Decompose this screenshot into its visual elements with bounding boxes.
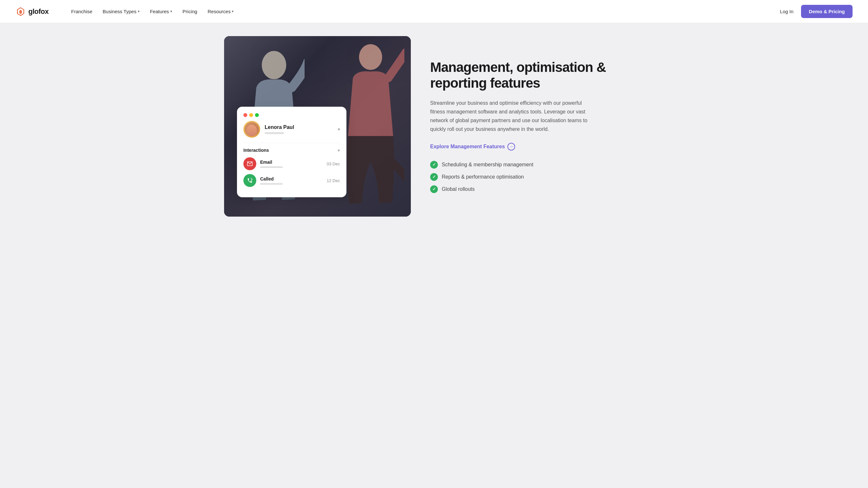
called-icon-circle [243,174,256,187]
email-content: Email [260,160,323,168]
email-label: Email [260,160,323,165]
feature-item-1: ✓ Scheduling & membership management [430,161,644,169]
feature-item-2: ✓ Reports & performance optimisation [430,173,644,181]
right-section: Management, optimisation & reporting fea… [430,60,644,193]
nav-franchise[interactable]: Franchise [67,6,97,17]
figure-right [337,39,404,210]
nav-resources[interactable]: Resources ▾ [203,6,239,17]
email-icon [247,161,253,167]
maximize-dot[interactable] [255,113,259,117]
feature-item-3: ✓ Global rollouts [430,185,644,193]
card-name-section: Lenora Paul [265,124,333,134]
called-date: 12 Dec [327,178,340,183]
called-bar [260,183,283,185]
chevron-down-icon: ▾ [138,9,140,13]
demo-pricing-button[interactable]: Demo & Pricing [801,5,852,18]
interaction-called: Called 12 Dec [243,174,340,187]
nav-actions: Log In Demo & Pricing [780,5,852,18]
navbar: glofox Franchise Business Types ▾ Featur… [0,0,868,23]
left-section: Lenora Paul ▾ Interactions ▾ Email [224,36,411,217]
chevron-down-icon: ▾ [232,9,234,13]
glofox-logo-icon [16,6,26,17]
feature-label-1: Scheduling & membership management [442,162,533,168]
called-content: Called [260,176,323,185]
card-user-name: Lenora Paul [265,124,333,130]
login-button[interactable]: Log In [780,9,794,14]
avatar [243,121,260,138]
nav-features[interactable]: Features ▾ [146,6,177,17]
nav-business-types[interactable]: Business Types ▾ [98,6,144,17]
feature-label-3: Global rollouts [442,186,474,192]
svg-point-1 [359,44,382,70]
card-chevron-icon[interactable]: ▾ [338,127,340,132]
interactions-header: Interactions ▾ [243,148,340,153]
card-name-bar [265,132,284,134]
explore-link[interactable]: Explore Management Features → [430,143,644,150]
check-icon-1: ✓ [430,161,438,169]
svg-point-0 [262,51,286,79]
window-controls [243,113,340,117]
card-divider [243,143,340,143]
interactions-chevron-icon[interactable]: ▾ [338,148,340,153]
logo-text: glofox [28,7,49,16]
interaction-card: Lenora Paul ▾ Interactions ▾ Email [237,107,346,197]
close-dot[interactable] [243,113,247,117]
email-date: 03 Dec [327,162,340,166]
card-header: Lenora Paul ▾ [243,121,340,138]
interaction-email: Email 03 Dec [243,157,340,170]
hero-description: Streamline your business and optimise ef… [430,98,597,134]
feature-list: ✓ Scheduling & membership management ✓ R… [430,161,644,193]
explore-link-text: Explore Management Features [430,144,505,149]
avatar-inner [245,122,259,136]
minimize-dot[interactable] [249,113,253,117]
logo[interactable]: glofox [16,6,49,17]
check-icon-3: ✓ [430,185,438,193]
called-label: Called [260,176,323,181]
explore-arrow-icon: → [507,143,515,150]
feature-label-2: Reports & performance optimisation [442,174,524,180]
main-content: Lenora Paul ▾ Interactions ▾ Email [209,23,659,229]
nav-links: Franchise Business Types ▾ Features ▾ Pr… [67,6,780,17]
chevron-down-icon: ▾ [170,9,172,13]
check-icon-2: ✓ [430,173,438,181]
hero-heading: Management, optimisation & reporting fea… [430,60,644,91]
avatar-face [247,125,257,136]
email-icon-circle [243,157,256,170]
interactions-title: Interactions [243,148,269,153]
email-bar [260,166,283,168]
phone-icon [247,178,253,183]
nav-pricing[interactable]: Pricing [178,6,202,17]
